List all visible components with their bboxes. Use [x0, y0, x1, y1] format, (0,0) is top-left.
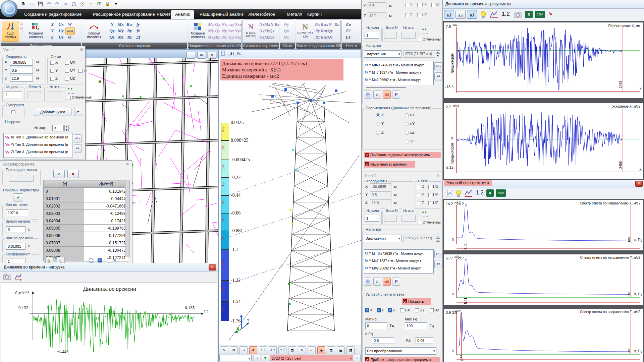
tie-checkbox-uz[interactable]: [65, 77, 69, 81]
case-spin-up[interactable]: ▲: [436, 235, 440, 238]
add-load-icon[interactable]: ↵+: [434, 62, 442, 70]
jt-diagram-icon[interactable]: J(t): [383, 90, 391, 99]
x-coordinate-field[interactable]: [10, 59, 33, 66]
radio-w[interactable]: [405, 139, 409, 143]
case-spin-down[interactable]: ▼: [436, 238, 440, 242]
max-fq-field[interactable]: [405, 322, 427, 329]
add-load-icon[interactable]: ↵+: [434, 250, 442, 258]
add-node-button[interactable]: Добавить узел: [34, 108, 71, 116]
close-icon[interactable]: ✕: [208, 52, 216, 59]
ribbon-cmd-rux[interactable]: Rux: [321, 21, 327, 27]
close-icon[interactable]: ✕: [635, 181, 643, 187]
xy-view-icon[interactable]: X Y: [269, 346, 277, 354]
close-icon[interactable]: ✕: [126, 162, 129, 166]
frame-deformed-icon[interactable]: ⌹: [20, 26, 23, 30]
ribbon-cmd-qx[interactable]: Qx: [283, 27, 290, 34]
table-row[interactable]: 0.08008-0.130475: [44, 247, 128, 254]
marked-checkbox[interactable]: [418, 38, 422, 42]
p-icon[interactable]: P: [392, 90, 400, 99]
table-row[interactable]: 0.05005-0.189765: [44, 225, 128, 232]
excel-export-icon[interactable]: X: [486, 189, 494, 197]
node-loads-list[interactable]: Xi Тип 3. Динамика во времени (в Yi Тип …: [3, 133, 72, 158]
ribbon-cmd-uy[interactable]: Uy: [57, 27, 65, 34]
kstar-checkbox[interactable]: [107, 258, 111, 262]
tie-checkbox-ux[interactable]: [428, 185, 432, 189]
axes-icon[interactable]: ⊿: [239, 346, 248, 354]
load-list-item[interactable]: Zi Тип 3. Динамика во времени (в: [4, 148, 72, 156]
marked-checkbox[interactable]: [418, 221, 422, 225]
ribbon-cmd-nz[interactable]: Nz: [221, 34, 228, 40]
ribbon-cmd-qx[interactable]: Qx: [214, 21, 221, 27]
camera-icon[interactable]: [514, 11, 523, 18]
ribbon-cmd-qy[interactable]: Qy: [327, 27, 333, 34]
tie-checkbox-w[interactable]: [431, 3, 435, 7]
load-chart-titlebar[interactable]: Динамика во времени - нагрузка ✕: [0, 263, 218, 272]
z-coordinate-field[interactable]: [10, 75, 33, 82]
chart-settings-icon[interactable]: 21: [14, 273, 23, 281]
ribbon-cmd-rz[interactable]: Rz: [314, 34, 321, 40]
load-number-field[interactable]: [52, 125, 64, 131]
add-accelerograms-row[interactable]: Прибавить заданные акселерограммы: [364, 152, 441, 158]
time-step-field[interactable]: [6, 243, 25, 250]
ribbon-cmd-ry[interactable]: Ry: [125, 27, 134, 34]
ribbon-cmd-qy[interactable]: Qy: [269, 27, 274, 34]
start-time-field[interactable]: [6, 226, 25, 233]
add-accelerograms-row[interactable]: Прибавить заданные акселерограммы: [365, 357, 440, 362]
csv-export-icon[interactable]: CSV: [535, 11, 545, 18]
load-list-item[interactable]: Yi Тип 3. Динамика во времени (в: [4, 141, 72, 148]
plate-mosaic-button[interactable]: Мозаика/изополя▾: [189, 21, 207, 42]
redo-icon[interactable]: ↷: [54, 1, 60, 7]
node-number-field[interactable]: [4, 92, 22, 98]
ribbon-cmd-[interactable]: Θ: [65, 34, 74, 40]
prev-next-node-icon[interactable]: ●●←→: [422, 210, 429, 218]
case-spin-up[interactable]: ▲: [436, 50, 440, 54]
lightning-icon[interactable]: 🗲: [88, 1, 94, 7]
radio-z[interactable]: [376, 131, 380, 135]
scissors-icon[interactable]: ✂: [74, 108, 82, 116]
tab-8[interactable]: Кирпич: [303, 10, 326, 19]
cube-icon[interactable]: ⬙: [317, 346, 325, 354]
frame-initial-icon[interactable]: ⌸: [20, 22, 23, 26]
ribbon-cmd-rz[interactable]: Rz: [333, 21, 340, 27]
special-n-button[interactable]: N N (252, 262 КЭ): [243, 22, 259, 38]
graph-step-icon[interactable]: ⇸: [354, 355, 361, 361]
open-icon[interactable]: 🗁: [29, 1, 35, 7]
ribbon-cmd-fy[interactable]: fy: [134, 21, 143, 27]
chart-settings-icon[interactable]: [464, 189, 473, 197]
node-moments-list[interactable]: ↻ Y M=-0.742639 т*м - Момент вокруг↻ Y M…: [364, 61, 434, 85]
undo-icon[interactable]: ↶: [45, 1, 52, 7]
ribbon-cmd-x[interactable]: X: [48, 21, 57, 27]
init-params-icon[interactable]: ✔: [13, 193, 23, 201]
at-diagram-icon[interactable]: a(t): [383, 278, 391, 286]
cancel-icon[interactable]: ✘: [67, 170, 79, 178]
ribbon-cmd-ny[interactable]: Ny: [221, 27, 228, 34]
tie-checkbox-y[interactable]: [417, 193, 421, 197]
ribbon-cmd-n[interactable]: N: [108, 21, 116, 27]
ribbon-cmd-qy[interactable]: Qy: [108, 27, 116, 34]
direction-checkbox-x[interactable]: [365, 308, 369, 312]
load-spin-up[interactable]: ▲: [64, 125, 69, 128]
tie-checkbox-y[interactable]: [405, 3, 409, 7]
ribbon-cmd-y[interactable]: Y: [48, 27, 57, 34]
single-node-n-button[interactable]: N N (251, 261 КЭ): [297, 22, 314, 38]
ribbon-cmd-yz[interactable]: τyz: [228, 34, 234, 40]
chart-settings-icon[interactable]: [490, 10, 498, 19]
tab-2[interactable]: Расширенное редактирование: [89, 10, 159, 19]
ribbon-cmd-ax[interactable]: a(X): [65, 27, 75, 35]
table-row[interactable]: 0.010010.04447: [44, 195, 128, 202]
s-t-button[interactable]: s-t: [444, 10, 454, 19]
ribbon-cmd-nz[interactable]: Nz: [259, 34, 264, 40]
direction-checkbox-ux[interactable]: [400, 308, 404, 312]
ribbon-cmd-ef[interactable]: EF: [344, 34, 353, 40]
maximize-icon[interactable]: ▭: [197, 52, 206, 59]
points-count-field[interactable]: [6, 209, 28, 216]
ksi-field[interactable]: [416, 337, 433, 344]
save-icon[interactable]: 💾: [37, 1, 44, 7]
node-moments-list[interactable]: ↻ Y M=-0.742639 т*м - Момент вокруг↻ Y M…: [364, 249, 434, 274]
new-document-icon[interactable]: 🗎: [20, 1, 27, 7]
ribbon-cmd-qy[interactable]: Qy: [214, 27, 221, 34]
scale-factor[interactable]: 1.2: [502, 11, 510, 17]
delete-load-icon[interactable]: ✂: [434, 72, 442, 80]
ribbon-cmd-mz[interactable]: Mz: [264, 34, 269, 40]
tab-5[interactable]: Расширенный анализ: [196, 10, 248, 19]
